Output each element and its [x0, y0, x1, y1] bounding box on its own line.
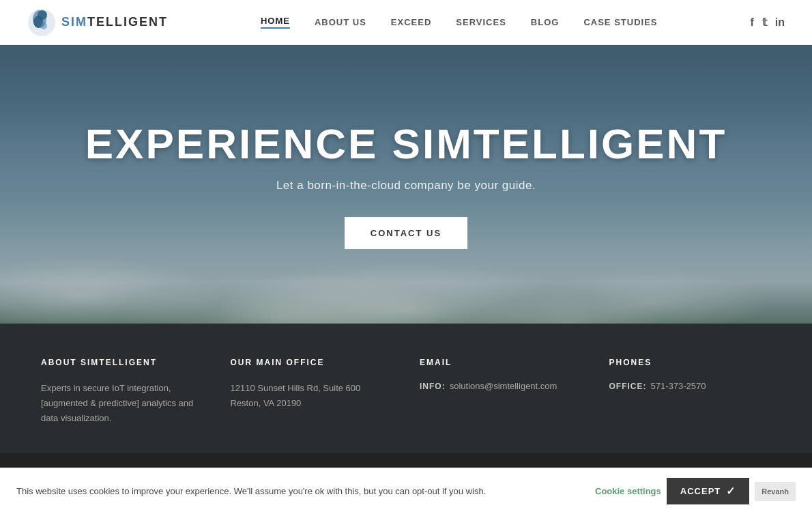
contact-us-button[interactable]: CONTACT US [345, 217, 467, 249]
footer-phones: PHONES OFFICE: 571-373-2570 [609, 358, 772, 426]
footer-phones-title: PHONES [609, 358, 772, 367]
footer-email: EMAIL INFO: solutions@simtelligent.com [420, 358, 582, 426]
footer-email-title: EMAIL [420, 358, 582, 367]
logo-icon [27, 8, 56, 37]
cookie-message: This website uses cookies to improve you… [16, 486, 486, 496]
footer-office: OUR MAIN OFFICE 12110 Sunset Hills Rd, S… [231, 358, 393, 426]
nav-item-home[interactable]: HOME [261, 16, 290, 29]
revanh-badge: Revanh [755, 482, 796, 501]
cookie-accept-button[interactable]: ACCEPT ✓ [667, 478, 749, 504]
cookie-accept-label: ACCEPT [680, 486, 721, 496]
navbar: SIMTELLIGENT HOME ABOUT US EXCEED SERVIC… [0, 0, 812, 45]
hero-section: EXPERIENCE SIMTELLIGENT Let a born-in-th… [0, 45, 812, 324]
cookie-actions: Cookie settings ACCEPT ✓ Revanh [590, 478, 796, 504]
svg-point-4 [40, 23, 47, 29]
cookie-settings-link[interactable]: Cookie settings [595, 486, 661, 496]
footer-grid: ABOUT SIMTELLIGENT Experts in secure IoT… [41, 358, 771, 426]
footer-about: ABOUT SIMTELLIGENT Experts in secure IoT… [41, 358, 203, 426]
cookie-accept-icon: ✓ [726, 485, 736, 498]
footer-office-address-line2: Reston, VA 20190 [231, 396, 393, 411]
nav-item-exceed[interactable]: EXCEED [391, 17, 431, 27]
footer-phones-value: 571-373-2570 [651, 381, 706, 391]
footer-office-title: OUR MAIN OFFICE [231, 358, 393, 367]
linkedin-icon[interactable]: in [775, 16, 785, 29]
footer-email-value: solutions@simtelligent.com [450, 381, 557, 391]
footer: ABOUT SIMTELLIGENT Experts in secure IoT… [0, 324, 812, 453]
footer-email-row: INFO: solutions@simtelligent.com [420, 381, 582, 391]
main-nav: HOME ABOUT US EXCEED SERVICES BLOG CASE … [261, 16, 658, 29]
nav-item-case-studies[interactable]: CASE STUDIES [583, 17, 657, 27]
nav-item-blog[interactable]: BLOG [531, 17, 560, 27]
hero-subtitle: Let a born-in-the-cloud company be your … [85, 179, 727, 192]
footer-phones-row: OFFICE: 571-373-2570 [609, 381, 772, 391]
nav-item-about-us[interactable]: ABOUT US [315, 17, 366, 27]
footer-email-label: INFO: [420, 382, 446, 391]
nav-item-services[interactable]: SERVICES [456, 17, 506, 27]
twitter-icon[interactable]: 𝕥 [762, 16, 767, 29]
footer-about-title: ABOUT SIMTELLIGENT [41, 358, 203, 367]
cookie-bar: This website uses cookies to improve you… [0, 468, 812, 506]
hero-title: EXPERIENCE SIMTELLIGENT [85, 119, 727, 168]
social-links: f 𝕥 in [750, 16, 785, 29]
footer-phones-label: OFFICE: [609, 382, 647, 391]
footer-about-text: Experts in secure IoT integration, [augm… [41, 381, 203, 426]
logo-link[interactable]: SIMTELLIGENT [27, 8, 168, 37]
hero-content: EXPERIENCE SIMTELLIGENT Let a born-in-th… [85, 119, 727, 249]
facebook-icon[interactable]: f [750, 16, 753, 29]
revanh-label: Revanh [762, 487, 789, 496]
footer-office-address-line1: 12110 Sunset Hills Rd, Suite 600 [231, 381, 393, 396]
logo-text: SIMTELLIGENT [61, 15, 168, 29]
